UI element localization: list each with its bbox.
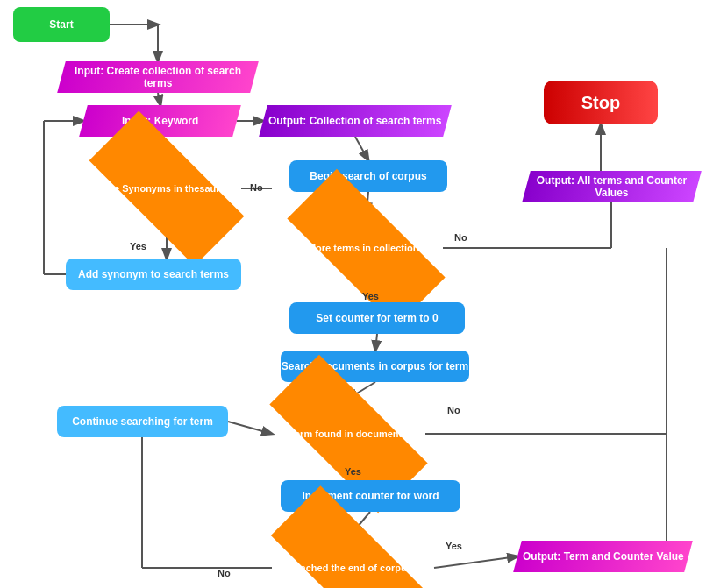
term-found-node: Term found in document? [272, 399, 425, 469]
output-collection-node: Output: Collection of search terms [259, 105, 452, 137]
label-yes-end: Yes [446, 541, 462, 551]
svg-line-15 [375, 334, 377, 351]
label-yes-term-found: Yes [345, 466, 361, 477]
reached-end-node: Reached the end of corpus? [272, 533, 434, 588]
set-counter-node: Set counter for term to 0 [289, 302, 465, 334]
svg-line-5 [355, 137, 368, 160]
input-create-node: Input: Create collection of search terms [57, 61, 259, 93]
svg-line-2 [158, 93, 160, 105]
begin-search-node: Begin search of corpus [289, 160, 447, 192]
label-yes-synonyms: Yes [130, 241, 146, 251]
continue-searching-node: Continue searching for term [57, 406, 228, 437]
label-no-end: No [218, 568, 231, 578]
label-no-term-found: No [447, 405, 460, 415]
start-node: Start [13, 7, 110, 42]
label-no-terms: No [454, 232, 467, 243]
svg-line-24 [228, 422, 272, 434]
output-all-terms-node: Output: All terms and Counter Values [522, 171, 702, 202]
more-synonyms-node: More Synonyms in thesaurus? [92, 153, 241, 223]
more-terms-node: More terms in collection? [289, 213, 443, 283]
flowchart: Start Input: Create collection of search… [0, 0, 706, 588]
label-no-synonyms: No [250, 182, 263, 193]
add-synonym-node: Add synonym to search terms [66, 259, 241, 290]
output-term-counter-node: Output: Term and Counter Value [513, 541, 693, 572]
svg-line-21 [434, 556, 517, 568]
label-yes-terms: Yes [362, 291, 379, 301]
stop-node: Stop [544, 81, 658, 124]
